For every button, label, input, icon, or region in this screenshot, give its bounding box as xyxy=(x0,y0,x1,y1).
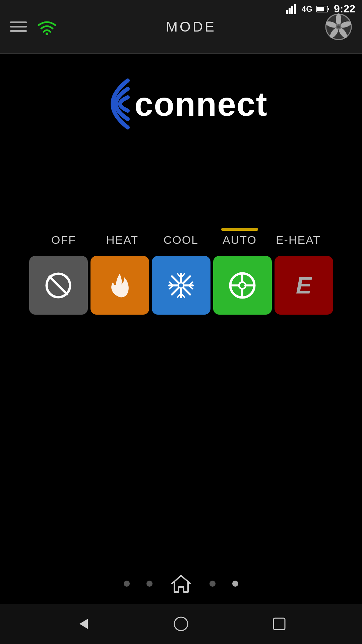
svg-rect-14 xyxy=(328,8,329,10)
svg-point-30 xyxy=(178,283,184,288)
wifi-icon xyxy=(37,18,57,35)
recent-icon xyxy=(271,615,288,632)
menu-icon[interactable] xyxy=(10,21,27,32)
eheat-button[interactable]: E xyxy=(275,256,333,315)
mode-label-heat: HEAT xyxy=(106,233,138,247)
heat-button[interactable] xyxy=(90,256,149,315)
time-display: 9:22 xyxy=(334,3,355,15)
cool-icon xyxy=(166,270,196,301)
mode-section: OFF HEAT COOL AUTO E-HEAT xyxy=(0,228,362,315)
nav-dot-4[interactable] xyxy=(232,581,238,587)
svg-rect-11 xyxy=(291,6,293,14)
status-bar: 4G 9:22 xyxy=(286,3,355,15)
off-button[interactable] xyxy=(29,256,88,315)
mode-label-off: OFF xyxy=(51,233,76,247)
svg-marker-37 xyxy=(79,619,88,629)
logo-text: connect xyxy=(134,85,267,123)
cool-button[interactable] xyxy=(152,256,210,315)
mode-label-eheat: E-HEAT xyxy=(276,233,321,247)
connect-logo: connect xyxy=(94,74,267,134)
auto-icon xyxy=(227,270,257,301)
auto-button[interactable] xyxy=(213,256,272,315)
svg-rect-15 xyxy=(317,7,324,11)
heat-icon xyxy=(105,270,135,301)
network-type: 4G xyxy=(302,4,312,14)
mode-item-cool: COOL xyxy=(152,228,210,253)
nav-dot-1[interactable] xyxy=(124,581,130,587)
mode-indicator-off xyxy=(45,228,82,231)
mode-label-auto: AUTO xyxy=(223,233,257,247)
mode-labels-row: OFF HEAT COOL AUTO E-HEAT xyxy=(35,228,328,253)
page-title: MODE xyxy=(166,19,216,35)
back-icon xyxy=(74,615,91,632)
system-home-button[interactable] xyxy=(171,614,191,634)
mode-indicator-eheat xyxy=(280,228,317,231)
header-left xyxy=(10,18,57,35)
signal-icon xyxy=(286,4,298,14)
svg-rect-12 xyxy=(294,4,296,14)
mode-indicator-auto xyxy=(221,228,258,231)
svg-rect-39 xyxy=(274,618,285,630)
mode-item-auto: AUTO xyxy=(210,228,269,253)
home-nav-button[interactable] xyxy=(169,572,193,595)
off-icon xyxy=(43,270,73,301)
bottom-nav xyxy=(0,570,362,597)
home-nav-icon xyxy=(170,573,192,595)
svg-rect-10 xyxy=(289,8,291,14)
logo-area: connect xyxy=(0,54,362,154)
svg-point-38 xyxy=(174,617,188,631)
nav-dot-2[interactable] xyxy=(146,581,153,587)
mode-label-cool: COOL xyxy=(164,233,198,247)
system-home-icon xyxy=(173,615,189,632)
mode-item-heat: HEAT xyxy=(93,228,152,253)
fan-icon[interactable] xyxy=(325,13,352,40)
mode-item-off: OFF xyxy=(35,228,93,253)
mode-indicator-cool xyxy=(163,228,199,231)
system-bar xyxy=(0,604,362,644)
nav-dot-3[interactable] xyxy=(209,581,216,587)
mode-item-eheat: E-HEAT xyxy=(269,228,328,253)
svg-line-17 xyxy=(50,277,67,294)
connect-wave-icon xyxy=(94,74,138,134)
svg-point-0 xyxy=(46,33,48,35)
back-button[interactable] xyxy=(73,614,93,634)
svg-rect-9 xyxy=(286,10,288,14)
eheat-label: E xyxy=(296,272,312,299)
recent-apps-button[interactable] xyxy=(269,614,289,634)
svg-point-8 xyxy=(337,25,340,28)
mode-indicator-heat xyxy=(104,228,141,231)
battery-icon xyxy=(316,5,330,13)
mode-buttons-row: E xyxy=(28,256,335,315)
